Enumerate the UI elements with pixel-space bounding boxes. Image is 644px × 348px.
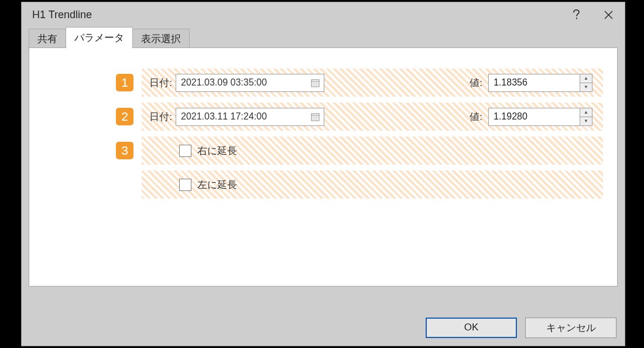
tab-content: 1 日付: 2021.03.09 03:35:00 値: 1.18356 bbox=[29, 47, 618, 286]
date-label-2: 日付: bbox=[142, 110, 176, 124]
close-icon bbox=[604, 11, 613, 19]
extend-left-label: 左に延長 bbox=[197, 178, 237, 192]
dialog-window: H1 Trendline 共有 パラメータ 表示選択 1 日付: 20 bbox=[21, 2, 625, 346]
marker-2: 2 bbox=[116, 108, 133, 125]
value-label-2: 値: bbox=[470, 110, 482, 124]
row-2-fields: 日付: 2021.03.11 17:24:00 値: 1.19280 ▲ ▼ bbox=[142, 103, 603, 131]
spinner-down-icon[interactable]: ▼ bbox=[580, 117, 592, 125]
marker-3: 3 bbox=[116, 142, 133, 159]
value-1: 1.18356 bbox=[494, 77, 580, 88]
value-input-2[interactable]: 1.19280 ▲ ▼ bbox=[488, 108, 592, 126]
date-value-1: 2021.03.09 03:35:00 bbox=[181, 77, 310, 88]
help-icon bbox=[573, 9, 580, 20]
date-input-1[interactable]: 2021.03.09 03:35:00 bbox=[176, 74, 324, 92]
extend-right-label: 右に延長 bbox=[197, 144, 237, 158]
dialog-footer: OK キャンセル bbox=[22, 309, 625, 346]
close-button[interactable] bbox=[592, 4, 625, 26]
titlebar: H1 Trendline bbox=[22, 2, 625, 27]
value-2: 1.19280 bbox=[494, 111, 580, 122]
tab-strip: 共有 パラメータ 表示選択 bbox=[29, 27, 618, 48]
spinner-2: ▲ ▼ bbox=[580, 108, 592, 125]
help-button[interactable] bbox=[560, 4, 592, 26]
calendar-icon[interactable] bbox=[310, 111, 320, 122]
extend-left-checkbox[interactable] bbox=[179, 179, 191, 191]
date-value-2: 2021.03.11 17:24:00 bbox=[181, 111, 310, 122]
marker-1: 1 bbox=[116, 74, 133, 91]
tab-display[interactable]: 表示選択 bbox=[132, 29, 190, 48]
tab-share[interactable]: 共有 bbox=[29, 29, 66, 48]
extend-right-row: 3 右に延長 bbox=[43, 134, 603, 168]
spinner-up-icon[interactable]: ▲ bbox=[580, 74, 592, 83]
row-1-fields: 日付: 2021.03.09 03:35:00 値: 1.18356 ▲ ▼ bbox=[142, 69, 603, 97]
date-input-2[interactable]: 2021.03.11 17:24:00 bbox=[176, 108, 324, 126]
spinner-down-icon[interactable]: ▼ bbox=[580, 83, 592, 91]
dialog-title: H1 Trendline bbox=[32, 9, 560, 21]
tabs-area: 共有 パラメータ 表示選択 1 日付: 2021.03.09 03:35:00 … bbox=[22, 27, 625, 286]
spinner-1: ▲ ▼ bbox=[580, 74, 592, 91]
calendar-icon[interactable] bbox=[310, 77, 320, 88]
value-input-1[interactable]: 1.18356 ▲ ▼ bbox=[488, 74, 592, 92]
ok-button[interactable]: OK bbox=[426, 318, 517, 338]
extend-left-field: 左に延長 bbox=[142, 170, 603, 199]
value-label-1: 値: bbox=[470, 76, 482, 90]
param-row-1: 1 日付: 2021.03.09 03:35:00 値: 1.18356 bbox=[43, 66, 603, 100]
extend-left-row: 左に延長 bbox=[43, 168, 603, 202]
param-row-2: 2 日付: 2021.03.11 17:24:00 値: 1.19280 bbox=[43, 100, 603, 134]
tab-parameters[interactable]: パラメータ bbox=[66, 27, 133, 48]
date-label-1: 日付: bbox=[142, 76, 176, 90]
spinner-up-icon[interactable]: ▲ bbox=[580, 108, 592, 117]
extend-right-checkbox[interactable] bbox=[179, 145, 191, 157]
cancel-button[interactable]: キャンセル bbox=[525, 318, 616, 338]
extend-right-field: 右に延長 bbox=[142, 137, 603, 165]
